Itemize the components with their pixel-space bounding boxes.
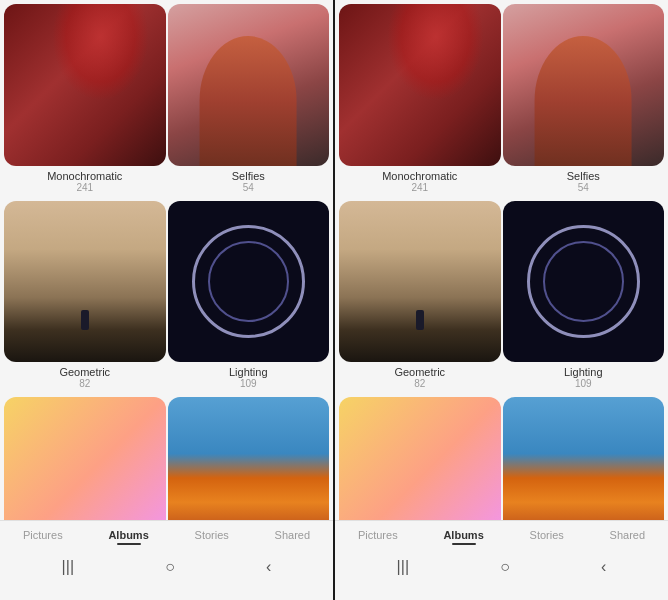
album-item[interactable]: Monochromatic 241 <box>4 4 166 199</box>
tab-albums-left[interactable]: Albums <box>108 529 148 545</box>
bottom-navigation-left: Pictures Albums Stories Shared ||| ○ ‹ <box>0 520 333 600</box>
home-icon[interactable]: ○ <box>165 558 175 576</box>
album-thumbnail <box>339 4 501 166</box>
album-thumbnail <box>168 397 330 520</box>
album-thumbnail <box>4 201 166 363</box>
tab-pictures-left[interactable]: Pictures <box>23 529 63 545</box>
back-icon[interactable]: ‹ <box>601 558 606 576</box>
album-count: 54 <box>578 182 589 193</box>
album-thumbnail <box>339 397 501 520</box>
album-thumbnail <box>503 397 665 520</box>
system-bar-right: ||| ○ ‹ <box>335 549 668 585</box>
album-count: 82 <box>79 378 90 389</box>
tab-label: Albums <box>108 529 148 541</box>
album-count: 109 <box>575 378 592 389</box>
menu-icon[interactable]: ||| <box>62 558 74 576</box>
back-icon[interactable]: ‹ <box>266 558 271 576</box>
album-count: 241 <box>411 182 428 193</box>
tab-label: Shared <box>610 529 645 541</box>
nav-tabs-left: Pictures Albums Stories Shared <box>0 520 333 549</box>
album-name: Geometric <box>59 366 110 378</box>
album-thumbnail <box>4 4 166 166</box>
tab-label: Pictures <box>358 529 398 541</box>
tab-label: Stories <box>530 529 564 541</box>
album-count: 82 <box>414 378 425 389</box>
album-name: Lighting <box>564 366 603 378</box>
album-count: 109 <box>240 378 257 389</box>
album-item[interactable]: Graphics 67 <box>503 397 665 520</box>
album-name: Lighting <box>229 366 268 378</box>
albums-grid-right: Monochromatic 241 Selfies 54 Geometric 8… <box>335 0 668 520</box>
album-count: 241 <box>76 182 93 193</box>
album-item[interactable]: Monochromatic 241 <box>339 4 501 199</box>
album-name: Geometric <box>394 366 445 378</box>
home-icon[interactable]: ○ <box>500 558 510 576</box>
tab-stories-left[interactable]: Stories <box>195 529 229 545</box>
album-item[interactable]: Movement 167 <box>339 397 501 520</box>
album-item[interactable]: Movement 167 <box>4 397 166 520</box>
album-item[interactable]: Selfies 54 <box>503 4 665 199</box>
tab-pictures-right[interactable]: Pictures <box>358 529 398 545</box>
tab-stories-right[interactable]: Stories <box>530 529 564 545</box>
album-thumbnail <box>4 397 166 520</box>
tab-shared-left[interactable]: Shared <box>275 529 310 545</box>
menu-icon[interactable]: ||| <box>397 558 409 576</box>
album-thumbnail <box>503 4 665 166</box>
album-name: Selfies <box>232 170 265 182</box>
system-bar-left: ||| ○ ‹ <box>0 549 333 585</box>
album-thumbnail <box>168 4 330 166</box>
album-item[interactable]: Lighting 109 <box>503 201 665 396</box>
album-thumbnail <box>339 201 501 363</box>
album-name: Selfies <box>567 170 600 182</box>
album-item[interactable]: Geometric 82 <box>339 201 501 396</box>
tab-label: Shared <box>275 529 310 541</box>
albums-grid-left: Monochromatic 241 Selfies 54 Geometric 8… <box>0 0 333 520</box>
album-name: Monochromatic <box>47 170 122 182</box>
album-item[interactable]: Geometric 82 <box>4 201 166 396</box>
tab-label: Stories <box>195 529 229 541</box>
tab-label: Pictures <box>23 529 63 541</box>
album-thumbnail <box>503 201 665 363</box>
tab-shared-right[interactable]: Shared <box>610 529 645 545</box>
album-name: Monochromatic <box>382 170 457 182</box>
album-thumbnail <box>168 201 330 363</box>
bottom-navigation-right: Pictures Albums Stories Shared ||| ○ ‹ <box>335 520 668 600</box>
tab-albums-right[interactable]: Albums <box>443 529 483 545</box>
nav-tabs-right: Pictures Albums Stories Shared <box>335 520 668 549</box>
left-panel: Monochromatic 241 Selfies 54 Geometric 8… <box>0 0 333 600</box>
album-count: 54 <box>243 182 254 193</box>
tab-label: Albums <box>443 529 483 541</box>
album-item[interactable]: Lighting 109 <box>168 201 330 396</box>
album-item[interactable]: Graphics 67 <box>168 397 330 520</box>
right-panel: Monochromatic 241 Selfies 54 Geometric 8… <box>335 0 668 600</box>
album-item[interactable]: Selfies 54 <box>168 4 330 199</box>
